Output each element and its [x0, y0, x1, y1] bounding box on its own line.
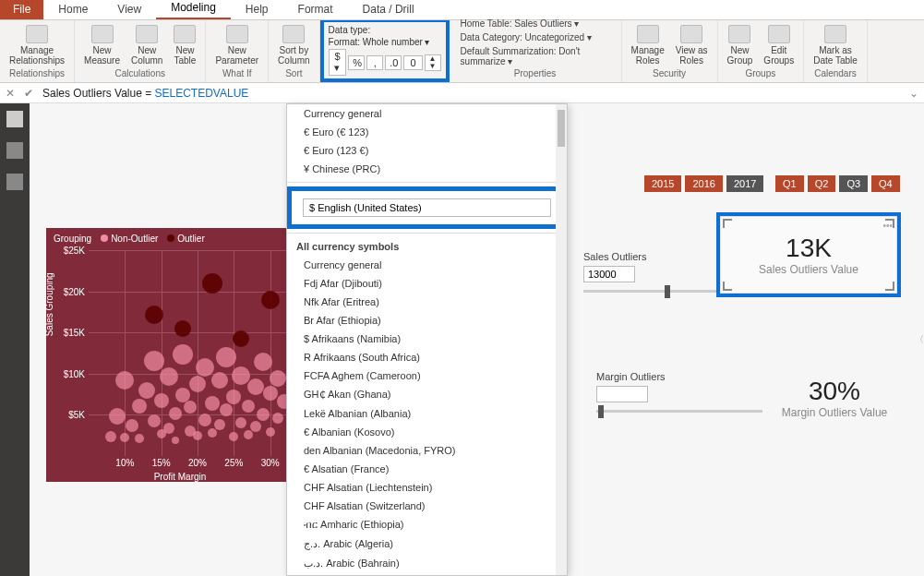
data-point[interactable]	[214, 419, 225, 430]
data-point[interactable]	[266, 427, 275, 437]
data-point[interactable]	[109, 408, 126, 425]
currency-option[interactable]: € Euro (€ 123)	[287, 123, 567, 141]
data-category-dropdown[interactable]: Data Category: Uncategorized ▾	[461, 32, 610, 42]
currency-option[interactable]: Nfk Afar (Eritrea)	[287, 293, 567, 311]
data-point[interactable]	[148, 414, 161, 427]
mark-as-date-table-button[interactable]: Mark as Date Table	[810, 23, 861, 67]
data-point[interactable]	[272, 413, 283, 424]
currency-option[interactable]: Currency general	[287, 104, 567, 123]
data-point[interactable]	[126, 419, 138, 432]
q4[interactable]: Q4	[871, 175, 900, 192]
data-point[interactable]	[229, 432, 238, 441]
new-group-button[interactable]: New Group	[724, 23, 757, 67]
tab-format[interactable]: Format	[283, 0, 348, 19]
new-measure-button[interactable]: New Measure	[80, 23, 124, 67]
data-point[interactable]	[132, 399, 147, 414]
currency-option[interactable]: ¥ Chinese (PRC)	[287, 160, 567, 178]
currency-option[interactable]: € Euro (123 €)	[287, 141, 567, 160]
q1[interactable]: Q1	[775, 175, 804, 192]
data-point[interactable]	[172, 437, 179, 444]
data-point[interactable]	[233, 330, 249, 347]
data-point[interactable]	[205, 396, 220, 411]
data-point[interactable]	[193, 431, 202, 440]
tab-modeling[interactable]: Modeling	[156, 0, 231, 19]
data-point[interactable]	[138, 382, 155, 399]
tab-view[interactable]: View	[102, 0, 156, 19]
data-point[interactable]	[242, 400, 255, 413]
data-point[interactable]	[257, 408, 270, 421]
data-point[interactable]	[261, 291, 280, 309]
currency-option[interactable]: د.ب. Arabic (Bahrain)	[287, 554, 567, 573]
decimal-count-input[interactable]: 0	[403, 55, 422, 70]
currency-option[interactable]: Lekë Albanian (Albania)	[287, 404, 567, 423]
margin-outliers-card[interactable]: 30% Margin Outliers Value	[761, 377, 908, 419]
currency-option[interactable]: FCFA Aghem (Cameroon)	[287, 366, 567, 385]
view-as-roles-button[interactable]: View as Roles	[672, 23, 712, 67]
data-point[interactable]	[189, 376, 206, 392]
tab-datadrill[interactable]: Data / Drill	[348, 0, 429, 19]
model-view-icon[interactable]	[6, 174, 23, 190]
new-parameter-button[interactable]: New Parameter	[211, 23, 262, 67]
comma-format-button[interactable]: ,	[366, 55, 383, 70]
margin-outliers-input[interactable]	[596, 386, 648, 402]
new-column-button[interactable]: New Column	[127, 23, 166, 67]
data-point[interactable]	[196, 358, 214, 377]
sales-outliers-input[interactable]	[583, 266, 635, 282]
commit-formula-icon[interactable]: ✔	[24, 87, 33, 100]
currency-option[interactable]: CHF Alsatian (Liechtenstein)	[287, 478, 567, 497]
currency-option[interactable]: د.ج. Arabic (Algeria)	[287, 534, 567, 554]
year-2017[interactable]: 2017	[726, 175, 763, 192]
currency-option[interactable]: Fdj Afar (Djibouti)	[287, 274, 567, 293]
data-point[interactable]	[244, 430, 253, 439]
dropdown-scrollbar[interactable]	[556, 104, 567, 575]
data-point[interactable]	[211, 372, 228, 389]
currency-option[interactable]: € Alsatian (France)	[287, 460, 567, 478]
year-2015[interactable]: 2015	[644, 175, 681, 192]
currency-option[interactable]: Currency general	[287, 256, 567, 274]
data-point[interactable]	[235, 417, 246, 428]
data-point[interactable]	[135, 434, 144, 443]
manage-relationships-button[interactable]: Manage Relationships	[6, 23, 68, 67]
currency-option[interactable]: CHF Alsatian (Switzerland)	[287, 497, 567, 515]
year-2016[interactable]: 2016	[685, 175, 722, 192]
data-point[interactable]	[174, 320, 191, 337]
tab-help[interactable]: Help	[231, 0, 283, 19]
data-point[interactable]	[254, 353, 272, 371]
currency-option[interactable]: € Albanian (Kosovo)	[287, 423, 567, 441]
margin-outliers-slider[interactable]	[596, 410, 762, 413]
spinner[interactable]: ▲▼	[425, 54, 441, 71]
data-point[interactable]	[250, 421, 261, 432]
data-point[interactable]	[115, 371, 134, 390]
card-menu-icon[interactable]: •••	[882, 221, 893, 231]
currency-option[interactable]: Br Afar (Ethiopia)	[287, 311, 567, 330]
data-point[interactable]	[263, 386, 278, 401]
new-table-button[interactable]: New Table	[170, 23, 199, 67]
currency-format-button[interactable]: $ ▾	[329, 49, 347, 76]
percent-format-button[interactable]: %	[348, 55, 365, 70]
data-point[interactable]	[120, 433, 129, 442]
panes-collapse-handle[interactable]: 〈	[915, 103, 924, 576]
scatter-chart-visual[interactable]: Grouping Non-Outlier Outlier Sales Group…	[46, 228, 314, 482]
currency-option[interactable]: GH₵ Akan (Ghana)	[287, 385, 567, 404]
currency-option[interactable]: R Afrikaans (South Africa)	[287, 348, 567, 366]
data-point[interactable]	[202, 273, 222, 294]
format-dropdown[interactable]: Format: Whole number▾	[329, 37, 441, 47]
q2[interactable]: Q2	[808, 175, 836, 192]
default-summarization-dropdown[interactable]: Default Summarization: Don't summarize ▾	[461, 46, 610, 66]
data-point[interactable]	[145, 306, 163, 324]
data-point[interactable]	[184, 401, 197, 414]
data-point[interactable]	[160, 367, 178, 386]
data-point[interactable]	[198, 414, 211, 426]
tab-home[interactable]: Home	[43, 0, 102, 19]
data-view-icon[interactable]	[6, 142, 23, 159]
formula-expand-icon[interactable]: ⌄	[909, 87, 918, 100]
data-point[interactable]	[163, 423, 174, 434]
data-point[interactable]	[208, 428, 217, 438]
cancel-formula-icon[interactable]: ✕	[6, 87, 15, 100]
edit-groups-button[interactable]: Edit Groups	[760, 23, 798, 67]
data-point[interactable]	[173, 344, 193, 365]
sales-outliers-card[interactable]: ••• 13K Sales Outliers Value	[716, 212, 901, 297]
currency-option[interactable]: den Albanian (Macedonia, FYRO)	[287, 441, 567, 460]
decimal-digits-button[interactable]: .0	[385, 55, 402, 70]
manage-roles-button[interactable]: Manage Roles	[628, 23, 668, 67]
